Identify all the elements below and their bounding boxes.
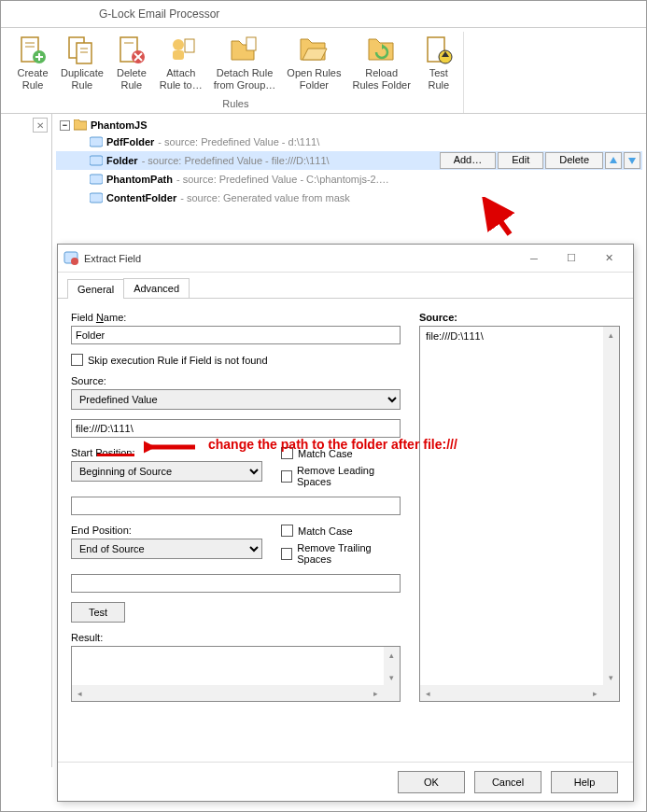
duplicate-rule-icon [67,35,97,65]
add-button[interactable]: Add… [440,152,497,169]
ok-button[interactable]: OK [398,771,465,793]
help-button[interactable]: Help [551,771,618,793]
end-position-input[interactable] [71,574,401,593]
open-rules-folder-button[interactable]: Open Rules Folder [281,32,346,96]
svg-point-31 [71,258,78,265]
test-button[interactable]: Test [71,602,125,623]
tree-item-folder[interactable]: Folder - source: Predefined Value - file… [56,151,642,170]
svg-rect-16 [173,50,184,60]
test-rule-button[interactable]: Test Rule [416,32,461,96]
end-position-select[interactable]: End of Source [71,539,262,559]
duplicate-rule-button[interactable]: Duplicate Rule [55,32,109,96]
source-select[interactable]: Predefined Value [71,389,401,410]
minimize-button[interactable]: ─ [515,246,553,271]
match-case-end-checkbox[interactable]: Match Case [281,525,401,537]
dialog-title: Extract Field [84,253,515,264]
field-name-input[interactable] [71,326,401,344]
source-panel-label: Source: [419,312,620,323]
match-case-start-checkbox[interactable]: Match Case [281,447,401,459]
close-button[interactable]: ✕ [590,246,627,271]
move-down-button[interactable] [624,152,640,169]
result-output[interactable]: ▴▾ ◂▸ [71,646,401,702]
checkbox-icon[interactable] [71,354,83,366]
extract-field-dialog: Extract Field ─ ☐ ✕ General Advanced Fie… [57,244,634,802]
dialog-icon [63,250,78,267]
skip-execution-checkbox[interactable]: Skip execution Rule if Field is not foun… [71,354,401,366]
reload-rules-folder-button[interactable]: Reload Rules Folder [346,32,415,96]
tree-item-phantompath[interactable]: PhantomPath - source: Predefined Value -… [56,170,642,189]
delete-rule-button[interactable]: Delete Rule [109,32,154,96]
svg-rect-17 [185,39,194,52]
dialog-footer: OK Cancel Help [58,762,633,801]
left-panel: ✕ [1,114,52,767]
tab-advanced[interactable]: Advanced [123,278,190,298]
tree-item-contentfolder[interactable]: ContentFolder - source: Generated value … [56,189,642,207]
end-position-label: End Position: [71,525,262,536]
detach-rule-icon [230,35,260,65]
attach-rule-icon [166,35,196,65]
maximize-button[interactable]: ☐ [553,246,590,271]
move-up-button[interactable] [605,152,622,169]
close-panel-button[interactable]: ✕ [33,118,48,133]
delete-button[interactable]: Delete [545,152,603,169]
result-label: Result: [71,632,401,643]
source-panel-text: file:///D:\111\ [426,330,484,342]
svg-rect-18 [246,37,256,50]
remove-trailing-checkbox[interactable]: Remove Trailing Spaces [281,542,401,565]
reload-folder-icon [367,35,397,65]
svg-point-15 [173,39,184,50]
svg-marker-25 [628,158,636,164]
remove-leading-checkbox[interactable]: Remove Leading Spaces [281,465,401,487]
source-panel[interactable]: file:///D:\111\ ▴▾ ◂▸ [419,326,620,702]
dialog-body: Field Name: Skip execution Rule if Field… [58,299,633,715]
start-position-label: Start Position: [71,447,262,458]
dialog-tabstrip: General Advanced [58,273,633,299]
tree-item-pdffolder[interactable]: PdfFolder - source: Predefined Value - d… [56,133,642,151]
tree-root-label: PhantomJS [91,119,148,131]
test-rule-icon [424,35,454,65]
tab-general[interactable]: General [67,279,124,299]
dialog-right-column: Source: file:///D:\111\ ▴▾ ◂▸ [419,312,620,702]
open-folder-icon [299,35,329,65]
attach-rule-button[interactable]: Attach Rule to… [154,32,208,96]
path-input[interactable] [71,419,401,438]
field-icon [90,136,103,147]
field-icon [90,192,103,203]
svg-rect-26 [90,175,103,184]
ribbon-group-rules: Create Rule Duplicate Rule Delete Rule A… [8,32,464,113]
field-icon [90,174,103,185]
delete-rule-icon [117,35,147,65]
field-icon [90,155,103,166]
folder-icon [74,119,87,131]
app-titlebar: G-Lock Email Processor [1,1,646,27]
field-name-label: Field Name: [71,312,401,323]
ribbon-group-label: Rules [222,98,248,109]
collapse-icon[interactable]: − [60,120,70,131]
app-title: G-Lock Email Processor [99,7,219,21]
svg-rect-27 [90,193,103,203]
ribbon: Create Rule Duplicate Rule Delete Rule A… [1,27,646,114]
tree-root[interactable]: − PhantomJS [56,118,642,133]
create-rule-button[interactable]: Create Rule [10,32,55,96]
cancel-button[interactable]: Cancel [474,771,542,793]
detach-rule-button[interactable]: Detach Rule from Group… [208,32,282,96]
dialog-titlebar[interactable]: Extract Field ─ ☐ ✕ [58,245,633,273]
svg-rect-7 [77,43,91,63]
start-position-select[interactable]: Beginning of Source [71,461,262,482]
start-position-input[interactable] [71,497,401,515]
source-label: Source: [71,375,401,386]
svg-marker-24 [610,157,617,163]
svg-rect-23 [90,156,103,165]
create-rule-icon [18,35,48,65]
svg-rect-22 [90,137,103,147]
edit-button[interactable]: Edit [498,152,543,169]
dialog-left-column: Field Name: Skip execution Rule if Field… [71,312,401,702]
